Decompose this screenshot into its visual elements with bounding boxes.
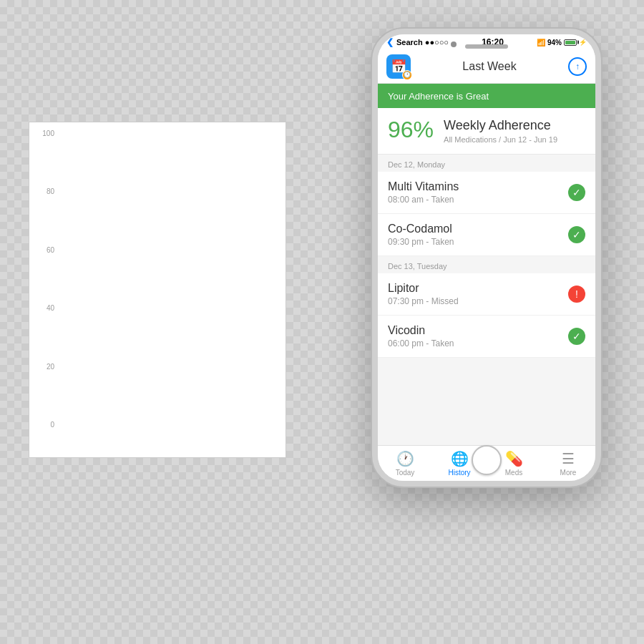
y-label-80: 80 (47, 187, 54, 195)
lightning-icon: ⚡ (579, 39, 587, 46)
battery-percent: 94% (547, 39, 562, 47)
adherence-banner-text: Your Adherence is Great (388, 91, 489, 102)
app-icon-badge: 🕐 (402, 70, 412, 80)
app-header-title: Last Week (462, 60, 516, 73)
med-info-lipitor: Lipitor 07:30 pm - Missed (388, 282, 459, 306)
adherence-subtitle: All Medications / Jun 12 - Jun 19 (444, 135, 585, 144)
med-time-lipitor: 07:30 pm - Missed (388, 296, 459, 306)
med-name-vicodin: Vicodin (388, 324, 454, 337)
med-item-vicodin[interactable]: Vicodin 06:00 pm - Taken ✓ (378, 316, 595, 358)
phone-device: ❮ Search ●●○○○ 16:20 📶 94% ⚡ 📅 (372, 29, 601, 487)
bar-chart: 100 80 60 40 20 0 (29, 122, 286, 458)
adherence-stats: 96% Weekly Adherence All Medications / J… (378, 108, 595, 155)
med-item-lipitor[interactable]: Lipitor 07:30 pm - Missed ! (378, 273, 595, 316)
med-info-multivitamins: Multi Vitamins 08:00 am - Taken (388, 180, 459, 205)
tab-history-label: History (448, 469, 470, 477)
med-info-cocodamol: Co-Codamol 09:30 pm - Taken (388, 223, 454, 247)
tab-today[interactable]: 🕐 Today (378, 446, 432, 481)
y-label-0: 0 (50, 421, 54, 429)
more-icon: ☰ (562, 450, 575, 467)
phone-body: ❮ Search ●●○○○ 16:20 📶 94% ⚡ 📅 (372, 29, 601, 487)
adherence-title: Weekly Adherence (444, 118, 585, 133)
chart-bars (58, 137, 271, 429)
wifi-icon: 📶 (537, 39, 545, 47)
tab-today-label: Today (396, 469, 415, 477)
battery-icon (564, 39, 577, 46)
tab-more[interactable]: ☰ More (541, 446, 595, 481)
today-icon: 🕐 (396, 450, 414, 467)
phone-screen: ❮ Search ●●○○○ 16:20 📶 94% ⚡ 📅 (378, 34, 595, 481)
tab-more-label: More (560, 469, 577, 477)
meds-icon: 💊 (505, 450, 523, 467)
phone-camera (451, 42, 457, 47)
medication-list[interactable]: Dec 12, Monday Multi Vitamins 08:00 am -… (378, 155, 595, 445)
adherence-percent: 96% (388, 118, 434, 141)
phone-speaker (465, 44, 508, 49)
adherence-info: Weekly Adherence All Medications / Jun 1… (444, 118, 585, 144)
status-left: ❮ Search ●●○○○ (386, 37, 449, 47)
upload-button[interactable]: ↑ (568, 57, 587, 76)
status-right: 📶 94% ⚡ (537, 39, 587, 47)
med-time-multivitamins: 08:00 am - Taken (388, 195, 459, 205)
back-arrow-icon: ❮ (386, 37, 394, 47)
app-icon: 📅 🕐 (386, 54, 411, 79)
y-axis: 100 80 60 40 20 0 (40, 130, 54, 429)
med-name-lipitor: Lipitor (388, 282, 459, 295)
med-item-cocodamol[interactable]: Co-Codamol 09:30 pm - Taken ✓ (378, 214, 595, 256)
app-header: 📅 🕐 Last Week ↑ (378, 50, 595, 84)
home-button[interactable] (472, 445, 502, 475)
med-status-vicodin: ✓ (568, 328, 585, 345)
med-info-vicodin: Vicodin 06:00 pm - Taken (388, 324, 454, 348)
y-label-100: 100 (42, 130, 54, 137)
med-name-cocodamol: Co-Codamol (388, 223, 454, 235)
y-label-20: 20 (47, 363, 54, 371)
med-item-multivitamins[interactable]: Multi Vitamins 08:00 am - Taken ✓ (378, 172, 595, 214)
y-label-40: 40 (47, 304, 54, 312)
y-label-60: 60 (47, 246, 54, 254)
med-time-cocodamol: 09:30 pm - Taken (388, 237, 454, 247)
med-status-multivitamins: ✓ (568, 184, 585, 201)
med-time-vicodin: 06:00 pm - Taken (388, 338, 454, 348)
status-search: Search ●●○○○ (396, 38, 449, 47)
history-icon: 🌐 (451, 450, 469, 467)
battery-fill (565, 41, 575, 44)
med-status-lipitor: ! (568, 286, 585, 303)
adherence-banner: Your Adherence is Great (378, 84, 595, 108)
date-header-dec13: Dec 13, Tuesday (378, 256, 595, 273)
tab-meds-label: Meds (505, 469, 522, 477)
med-name-multivitamins: Multi Vitamins (388, 180, 459, 193)
date-header-dec12: Dec 12, Monday (378, 155, 595, 172)
med-status-cocodamol: ✓ (568, 226, 585, 243)
